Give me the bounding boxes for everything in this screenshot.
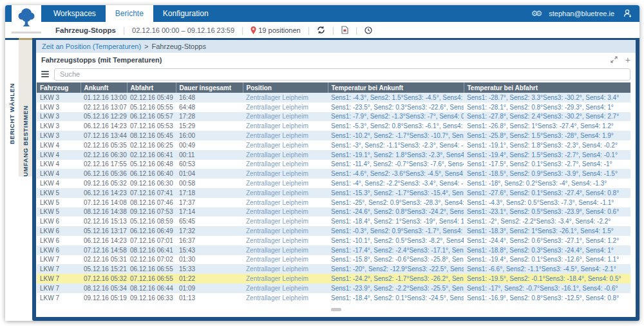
table-row[interactable]: LKW 507.12.16 14:0808.12.16 07:4617:37Ze…	[37, 198, 630, 207]
position-link[interactable]: Zentrallager Leipheim	[243, 140, 328, 150]
export-document-icon[interactable]	[341, 26, 348, 34]
column-header-position[interactable]: Position	[243, 82, 328, 93]
table-row[interactable]: LKW 406.12.16 05:3606.12.16 06:4001:04Ze…	[37, 169, 630, 178]
sidebar-tab-bericht-w-hlen[interactable]: BERICHT WÄHLEN	[5, 38, 19, 144]
position-link[interactable]: Zentrallager Leipheim	[243, 112, 328, 122]
position-link[interactable]: Zentrallager Leipheim	[243, 236, 328, 245]
table-row[interactable]: LKW 307.12.16 13:4408.12.16 05:4516:00Ze…	[37, 131, 630, 140]
table-row[interactable]: LKW 402.12.16 06:3002.12.16 06:4100:11Ze…	[37, 150, 630, 160]
table-row[interactable]: LKW 402.12.16 05:3502.12.16 06:2500:49Ze…	[37, 140, 630, 150]
vehicle-cell: LKW 5	[37, 207, 80, 217]
column-header-ankunft[interactable]: Ankunft	[80, 82, 127, 93]
table-row[interactable]: LKW 402.12.16 17:5505.12.16 06:4860:53Ze…	[37, 160, 630, 169]
nav-tabs: WorkspacesBerichteKonfiguration	[44, 5, 218, 22]
temp-departure-cell: Sens1: -17°, Sens2: -0.7°Sens3: -16.1°, …	[464, 283, 630, 293]
sidebar-rail: BERICHT WÄHLENUMFANG BESTIMMEN	[5, 38, 32, 321]
vehicle-cell: LKW 6	[37, 236, 80, 245]
position-link[interactable]: Zentrallager Leipheim	[243, 169, 328, 178]
nav-tab-workspaces[interactable]: Workspaces	[44, 5, 106, 22]
breadcrumb-link[interactable]: Zeit an Position (Temperaturen)	[42, 43, 141, 50]
plus-icon[interactable]: +	[625, 55, 630, 64]
temp-departure-cell: Sens1: -28.1°, Sens2: 0.8°Sens3: -29.3°,…	[464, 102, 630, 112]
position-link[interactable]: Zentrallager Leipheim	[243, 226, 328, 236]
temp-arrival-cell: Sens1: -11.4°, Sens2: -0.7°Sens3: -7.6°,…	[328, 160, 464, 169]
table-row[interactable]: LKW 705.12.16 15:2106.12.16 06:5515:33Ze…	[37, 264, 630, 274]
search-input[interactable]	[54, 68, 630, 81]
vehicle-cell: LKW 4	[37, 150, 80, 160]
position-link[interactable]: Zentrallager Leipheim	[243, 121, 328, 131]
duration-cell: 15:33	[176, 264, 243, 274]
nav-tab-konfiguration[interactable]: Konfiguration	[153, 5, 218, 22]
arrival-cell: 02.12.16 05:31	[80, 255, 127, 265]
departure-cell: 05.12.16 06:48	[127, 160, 176, 169]
table-row[interactable]: LKW 306.12.16 14:2307.12.16 05:5315:29Ze…	[37, 121, 630, 131]
column-header-temperatur-bei-abfahrt[interactable]: Temperatur bei Abfahrt	[464, 82, 630, 93]
temp-arrival-cell: Sens1: -15.8°, Sens2: -0.6°Sens3: -25.8°…	[328, 255, 464, 265]
user-logout-icon[interactable]	[623, 9, 632, 18]
position-link[interactable]: Zentrallager Leipheim	[243, 274, 328, 283]
arrival-cell: 05.12.16 13:17	[80, 226, 127, 236]
hamburger-menu-icon[interactable]	[40, 70, 50, 79]
position-link[interactable]: Zentrallager Leipheim	[243, 264, 328, 274]
temp-departure-cell: Sens1: -18.5°, Sens2: 0.9°Sens3: -3.9°, …	[464, 169, 630, 178]
temp-departure-cell: Sens1: -26.8°, Sens2: 1°Sens3: -27.4°, S…	[464, 121, 630, 131]
position-link[interactable]: Zentrallager Leipheim	[243, 293, 328, 303]
horizontal-scrollbar[interactable]	[36, 303, 636, 317]
position-link[interactable]: Zentrallager Leipheim	[243, 207, 328, 217]
scrollbar-thumb[interactable]	[331, 308, 341, 311]
departure-cell: 09.12.16 07:53	[127, 207, 176, 217]
table-row[interactable]: LKW 302.12.16 13:0705.12.16 05:5564:48Ze…	[37, 102, 630, 112]
position-link[interactable]: Zentrallager Leipheim	[243, 188, 328, 198]
temp-arrival-cell: Sens1: -24.2°, Sens2: -1.7°Sens3: -26.2°…	[328, 274, 464, 283]
table-row[interactable]: LKW 607.12.16 14:5808.12.16 06:4115:43Ze…	[37, 245, 630, 255]
table-row[interactable]: LKW 702.12.16 05:3102.12.16 07:0201:30Ze…	[37, 255, 630, 265]
table-row[interactable]: LKW 708.12.16 05:3408.12.16 06:4401:09Ze…	[37, 283, 630, 293]
column-header-abfahrt[interactable]: Abfahrt	[127, 82, 176, 93]
table-row[interactable]: LKW 305.12.16 12:2906.12.16 05:5717:28Ze…	[37, 112, 630, 122]
breadcrumb: Zeit an Position (Temperaturen) > Fahrze…	[36, 40, 636, 53]
table-row[interactable]: LKW 409.12.16 05:3209.12.16 06:3000:58Ze…	[37, 178, 630, 188]
arrival-cell: 06.12.16 14:23	[80, 236, 127, 245]
position-link[interactable]: Zentrallager Leipheim	[243, 102, 328, 112]
table-row[interactable]: LKW 606.12.16 14:2307.12.16 07:0116:37Ze…	[37, 236, 630, 245]
temp-arrival-cell: Sens1: -19.1°, Sens2: 1.8°Sens3: -2.3°, …	[328, 150, 464, 160]
arrival-cell: 06.12.16 14:23	[80, 121, 127, 131]
sidebar-tab-umfang-bestimmen[interactable]: UMFANG BESTIMMEN	[19, 38, 32, 177]
user-email[interactable]: stephan@bluetree.ie	[549, 10, 614, 17]
departure-cell: 02.12.16 06:41	[127, 150, 176, 160]
position-link[interactable]: Zentrallager Leipheim	[243, 160, 328, 169]
vehicle-cell: LKW 6	[37, 226, 80, 236]
position-link[interactable]: Zentrallager Leipheim	[243, 283, 328, 293]
column-header-temperatur-bei-ankunft[interactable]: Temperatur bei Ankunft	[328, 82, 464, 93]
position-link[interactable]: Zentrallager Leipheim	[243, 150, 328, 160]
position-link[interactable]: Zentrallager Leipheim	[243, 255, 328, 265]
positions-count[interactable]: 19 positionen	[251, 26, 300, 34]
refresh-icon[interactable]	[317, 26, 325, 34]
vehicle-cell: LKW 4	[37, 160, 80, 169]
position-link[interactable]: Zentrallager Leipheim	[243, 93, 328, 102]
date-range[interactable]: 02.12.16 00:00 – 09.12.16 23:59	[132, 26, 234, 34]
table-row[interactable]: LKW 709.12.16 05:1909.12.16 06:3301:13Ze…	[37, 293, 630, 303]
nav-tab-berichte[interactable]: Berichte	[106, 5, 153, 22]
arrival-cell: 06.12.16 05:36	[80, 169, 127, 178]
column-header-dauer-insgesamt[interactable]: Dauer insgesamt	[176, 82, 243, 93]
settings-cogs-icon[interactable]: ⚙⚙	[531, 9, 540, 18]
position-link[interactable]: Zentrallager Leipheim	[243, 198, 328, 207]
arrival-cell: 02.12.16 17:55	[80, 160, 127, 169]
table-row[interactable]: LKW 707.12.16 05:3207.12.16 06:5501:22Ze…	[37, 274, 630, 283]
table-row[interactable]: LKW 506.12.16 14:2307.12.16 07:4117:18Ze…	[37, 188, 630, 198]
position-link[interactable]: Zentrallager Leipheim	[243, 245, 328, 255]
table-row[interactable]: LKW 602.12.16 15:1305.12.16 08:5965:45Ze…	[37, 216, 630, 226]
table-row[interactable]: LKW 605.12.16 13:1706.12.16 06:4917:32Ze…	[37, 226, 630, 236]
position-link[interactable]: Zentrallager Leipheim	[243, 178, 328, 188]
temp-arrival-cell: Sens1: -20°, Sens2: -12.9°Sens3: -22.5°,…	[328, 264, 464, 274]
temp-arrival-cell: Sens1: -4°, Sens2: -2.2°Sens3: -3.4°, Se…	[328, 178, 464, 188]
history-clock-icon[interactable]	[365, 26, 372, 34]
expand-icon[interactable]	[611, 56, 618, 63]
position-link[interactable]: Zentrallager Leipheim	[243, 131, 328, 140]
table-row[interactable]: LKW 301.12.16 13:0002.12.16 05:4916:48Ze…	[37, 93, 630, 102]
app-logo[interactable]	[12, 5, 41, 34]
position-link[interactable]: Zentrallager Leipheim	[243, 216, 328, 226]
column-header-fahrzeug[interactable]: Fahrzeug	[37, 82, 80, 93]
table-row[interactable]: LKW 508.12.16 14:3809.12.16 07:5317:14Ze…	[37, 207, 630, 217]
